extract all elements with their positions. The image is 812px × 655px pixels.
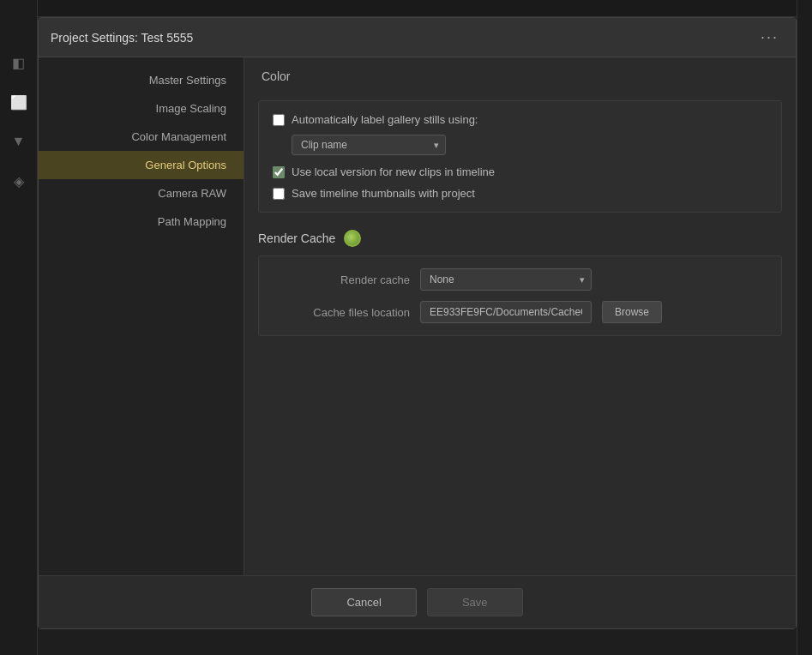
auto-label-checkbox[interactable]: [273, 114, 285, 126]
cache-location-form-row: Cache files location Browse: [273, 301, 767, 323]
cancel-button[interactable]: Cancel: [311, 588, 416, 616]
render-cache-dropdown-wrapper: None Smart All: [420, 268, 592, 291]
sidebar-item-color-management[interactable]: Color Management: [39, 123, 244, 151]
save-thumbnails-row: Save timeline thumbnails with project: [273, 187, 767, 200]
sidebar: Master Settings Image Scaling Color Mana…: [39, 57, 244, 575]
toolbar-icon-2[interactable]: ⬜: [8, 91, 30, 113]
clip-name-dropdown-wrapper: Clip name File name Custom: [292, 135, 446, 155]
sidebar-item-general-options[interactable]: General Options: [39, 151, 244, 179]
use-local-row: Use local version for new clips in timel…: [273, 165, 767, 178]
use-local-text: Use local version for new clips in timel…: [292, 165, 495, 178]
toolbar-icon-1[interactable]: ◧: [8, 51, 30, 74]
render-cache-select[interactable]: None Smart All: [420, 268, 592, 291]
left-toolbar: ◧ ⬜ ▼ ◈: [0, 0, 38, 655]
sidebar-item-master-settings[interactable]: Master Settings: [39, 66, 244, 94]
auto-label-text: Automatically label gallery stills using…: [292, 113, 478, 126]
dialog-menu-button[interactable]: ···: [755, 27, 784, 48]
save-thumbnails-checkbox[interactable]: [273, 188, 285, 200]
right-toolbar: [797, 0, 812, 655]
cache-location-input[interactable]: [420, 301, 592, 323]
main-content: Color Automatically label gallery stills…: [244, 57, 796, 575]
dialog-body: Master Settings Image Scaling Color Mana…: [39, 57, 796, 575]
top-bar: [0, 0, 812, 17]
render-cache-status-indicator: [344, 230, 361, 247]
dialog-title: Project Settings: Test 5555: [51, 31, 193, 45]
dialog-footer: Cancel Save: [39, 575, 796, 628]
use-local-checkbox[interactable]: [273, 166, 285, 178]
render-cache-section: Render cache None Smart All Cache files …: [258, 255, 782, 336]
project-settings-dialog: Project Settings: Test 5555 ··· Master S…: [38, 17, 797, 629]
save-thumbnails-text: Save timeline thumbnails with project: [292, 187, 475, 200]
browse-button[interactable]: Browse: [602, 301, 662, 323]
color-section: Automatically label gallery stills using…: [258, 100, 782, 213]
clip-name-dropdown-row: Clip name File name Custom: [273, 135, 767, 155]
cache-location-label: Cache files location: [273, 306, 410, 319]
dialog-titlebar: Project Settings: Test 5555 ···: [39, 18, 796, 57]
color-section-title: Color: [244, 57, 796, 92]
render-cache-form-row: Render cache None Smart All: [273, 268, 767, 291]
sidebar-item-image-scaling[interactable]: Image Scaling: [39, 94, 244, 123]
render-cache-header: Render Cache: [244, 221, 796, 252]
sidebar-item-camera-raw[interactable]: Camera RAW: [39, 179, 244, 207]
render-cache-title: Render Cache: [258, 231, 335, 245]
toolbar-icon-3[interactable]: ▼: [8, 130, 30, 153]
sidebar-item-path-mapping[interactable]: Path Mapping: [39, 207, 244, 236]
auto-label-row: Automatically label gallery stills using…: [273, 113, 767, 126]
toolbar-icon-4[interactable]: ◈: [8, 170, 30, 192]
save-button[interactable]: Save: [427, 588, 523, 616]
render-cache-label: Render cache: [273, 273, 410, 286]
clip-name-select[interactable]: Clip name File name Custom: [292, 135, 446, 155]
